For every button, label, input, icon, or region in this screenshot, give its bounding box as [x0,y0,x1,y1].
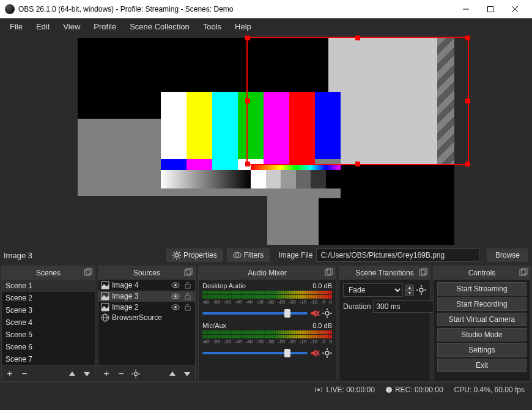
remove-scene-button[interactable]: − [19,368,30,379]
source-item[interactable]: BrowserSource [98,313,195,322]
meter-ticks: -60-55-50-45-40-35-30-25-20-15-10-50 [202,299,332,305]
properties-button[interactable]: Properties [166,248,223,262]
move-source-up-button[interactable] [167,368,178,379]
lock-toggle[interactable] [183,302,193,312]
studio-mode-button[interactable]: Studio Mode [437,328,526,341]
source-name: Image 4 [112,281,168,289]
mute-button[interactable] [310,348,320,358]
visibility-toggle[interactable] [171,291,180,301]
filters-button[interactable]: Filters [227,248,270,262]
source-name: BrowserSource [112,313,193,322]
scene-item[interactable]: Scene 5 [2,329,95,341]
settings-button[interactable]: Settings [437,343,526,357]
popout-icon[interactable] [419,268,427,277]
menu-view[interactable]: View [57,21,86,32]
svg-rect-15 [84,270,90,275]
filters-label: Filters [244,251,264,259]
duration-label: Duration [343,302,371,311]
mixer-channel: Mic/Aux0.0 dB -60-55-50-45-40-35-30-25-2… [199,319,336,359]
menu-scene-collection[interactable]: Scene Collection [124,21,196,32]
svg-line-11 [179,252,180,253]
exit-button[interactable]: Exit [437,359,526,372]
popout-icon[interactable] [184,268,193,277]
scene-item[interactable]: Scene 6 [2,341,95,353]
scenes-toolbar: + − [2,365,95,381]
mixer-channel-name: Mic/Aux [202,322,226,329]
move-scene-down-button[interactable] [81,368,92,379]
svg-rect-56 [421,269,427,274]
maximize-button[interactable] [478,0,503,18]
popout-icon[interactable] [325,268,333,277]
volume-slider[interactable] [202,312,308,315]
menu-file[interactable]: File [4,21,29,32]
sources-panel-title: Sources [133,269,160,277]
source-item[interactable]: Image 2 [98,302,195,313]
visibility-toggle[interactable] [171,302,180,312]
popout-icon[interactable] [84,268,92,277]
transition-type-select[interactable]: Fade [343,283,403,297]
add-source-button[interactable]: + [101,368,112,379]
menu-edit[interactable]: Edit [30,21,56,32]
menu-profile[interactable]: Profile [87,21,122,32]
lock-toggle[interactable] [183,280,193,290]
move-source-down-button[interactable] [182,368,193,379]
svg-rect-16 [86,269,92,274]
source-item[interactable]: Image 3 [98,291,195,302]
mixer-channel-name: Desktop Audio [202,282,246,289]
start-virtual-camera-button[interactable]: Start Virtual Camera [437,313,526,326]
channel-settings-button[interactable] [322,348,332,358]
remove-source-button[interactable]: − [116,368,127,379]
window-title: OBS 26.1.0 (64-bit, windows) - Profile: … [18,5,454,13]
scene-item[interactable]: Scene 4 [2,316,95,329]
image-icon [101,303,109,311]
preview-canvas[interactable] [78,38,454,245]
move-scene-up-button[interactable] [67,368,78,379]
scenes-panel: Scenes Scene 1 Scene 2 Scene 3 Scene 4 S… [1,266,95,382]
sources-list[interactable]: Image 4 Image 3 Image 2 BrowserSource [98,280,195,365]
transition-settings-button[interactable] [416,285,426,295]
scene-item[interactable]: Scene 7 [2,353,95,365]
start-streaming-button[interactable]: Start Streaming [437,282,526,296]
source-item[interactable]: Image 4 [98,280,195,291]
svg-rect-17 [185,270,190,275]
sources-toolbar: + − [98,365,195,381]
close-button[interactable] [503,0,527,18]
audio-meter [202,335,332,338]
minimize-button[interactable] [454,0,478,18]
menubar: File Edit View Profile Scene Collection … [0,18,532,34]
volume-slider[interactable] [202,352,308,354]
scene-item[interactable]: Scene 1 [2,280,95,292]
svg-point-43 [325,311,329,315]
scenes-panel-title: Scenes [36,269,61,277]
svg-rect-30 [185,307,190,310]
add-scene-button[interactable]: + [4,368,15,379]
mute-button[interactable] [310,308,320,318]
visibility-toggle[interactable] [171,280,180,290]
scene-item[interactable]: Scene 2 [2,292,95,304]
popout-icon[interactable] [519,268,528,277]
titlebar: OBS 26.1.0 (64-bit, windows) - Profile: … [0,0,532,18]
source-name: Image 3 [112,292,168,300]
mixer-channel: Desktop Audio0.0 dB -60-55-50-45-40-35-3… [199,280,336,319]
svg-rect-18 [187,269,192,274]
filters-icon [233,251,242,259]
controls-panel-title: Controls [468,269,496,277]
channel-settings-button[interactable] [322,308,332,318]
preview-area[interactable] [0,34,532,246]
scenes-list[interactable]: Scene 1 Scene 2 Scene 3 Scene 4 Scene 5 … [2,280,95,365]
broadcast-icon [314,386,323,394]
source-properties-button[interactable] [130,368,141,379]
scene-item[interactable]: Scene 3 [2,304,95,316]
menu-tools[interactable]: Tools [197,21,227,32]
svg-rect-26 [185,296,190,299]
start-recording-button[interactable]: Start Recording [437,297,526,311]
transition-type-spinner[interactable]: ▲▼ [405,285,414,296]
menu-help[interactable]: Help [229,21,257,32]
svg-rect-1 [488,6,493,12]
browse-button[interactable]: Browse [487,248,528,262]
status-live: LIVE: 00:00:00 [314,386,374,394]
image-file-path-input[interactable] [316,248,479,262]
preview-letterbox [78,196,267,245]
lock-toggle[interactable] [183,291,193,301]
dock-area: Scenes Scene 1 Scene 2 Scene 3 Scene 4 S… [0,264,532,382]
